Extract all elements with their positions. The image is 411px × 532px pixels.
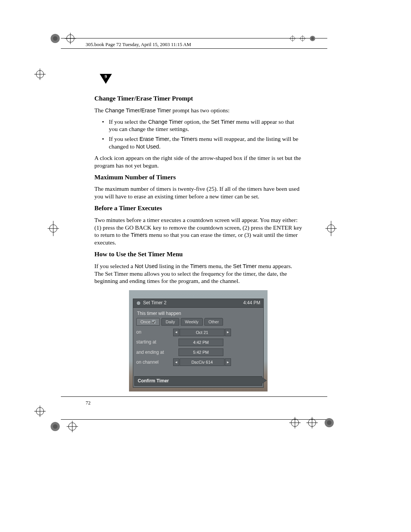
row-start: starting at 4:42 PM (136, 339, 260, 346)
page-number: 72 (86, 400, 91, 406)
svg-point-37 (327, 420, 331, 425)
text: option, the (183, 118, 211, 125)
ui-term: Erase Timer (139, 136, 169, 142)
crop-mark-left-upper (34, 53, 46, 80)
confirm-timer-button[interactable]: Confirm Timer (134, 376, 262, 386)
text: . (159, 143, 161, 150)
text: The (94, 107, 105, 113)
frequency-tabs: Once Daily Weekly Other (136, 318, 260, 326)
ui-term: Timers (131, 232, 148, 238)
date-prev-button[interactable]: ◄ (173, 329, 179, 336)
text: If you select (109, 136, 139, 142)
tab-daily[interactable]: Daily (161, 318, 179, 326)
menu-clock: 4:44 PM (243, 300, 260, 306)
footer-rule (61, 396, 327, 397)
row-date: on ◄ Oct 21 ► (136, 329, 260, 336)
row-end: and ending at 5:42 PM (136, 348, 260, 356)
crop-mark-bottom-left (34, 406, 80, 436)
label-starting: starting at (136, 339, 173, 345)
menu-subtitle: This timer will happen (137, 311, 260, 316)
tab-other[interactable]: Other (204, 318, 223, 326)
svg-point-26 (53, 424, 57, 429)
s4-body: If you selected a Not Used listing in th… (94, 262, 302, 285)
label-on: on (136, 329, 173, 335)
s1-bullet-1: If you select the Change Timer option, t… (102, 118, 302, 133)
date-next-button[interactable]: ► (225, 329, 231, 336)
ui-term: Not Used (135, 263, 158, 269)
crop-mark-left-mid (48, 217, 59, 240)
crop-mark-top-right (289, 33, 316, 44)
page-content: Change Timer/Erase Timer Prompt The Chan… (94, 94, 302, 391)
text: , the (169, 136, 181, 142)
header-meta-text: 305.book Page 72 Tuesday, April 15, 2003… (86, 42, 191, 48)
svg-point-1 (53, 36, 57, 41)
channel-field[interactable]: DscCiv 614 (180, 358, 225, 366)
menu-titlebar: Set Timer 2 4:44 PM (133, 299, 263, 307)
tab-once[interactable]: Once (136, 318, 160, 326)
tab-weekly[interactable]: Weekly (181, 318, 203, 326)
channel-next-button[interactable]: ► (225, 358, 231, 366)
s1-intro: The Change Timer/Erase Timer prompt has … (94, 107, 302, 114)
ui-term: Timers (181, 136, 198, 142)
text: prompt has two options: (171, 107, 229, 113)
chapter-number: 9 (100, 74, 112, 79)
text: menu, the (207, 263, 233, 269)
menu-body: This timer will happen Once Daily Weekly… (133, 308, 263, 372)
clock-icon (136, 301, 141, 305)
ui-term: Change Timer/Erase Timer (105, 107, 171, 113)
tab-label: Once (140, 319, 150, 324)
row-channel: on channel ◄ DscCiv 614 ► (136, 358, 260, 366)
end-time-field[interactable]: 5:42 PM (178, 348, 223, 356)
header-rule (61, 48, 327, 49)
heading-how-to-set-timer: How to Use the Set Timer Menu (94, 250, 302, 259)
svg-point-12 (311, 37, 314, 40)
s2-body: The maximum number of timers is twenty-f… (94, 185, 302, 200)
check-icon (152, 320, 156, 324)
text: listing in the (158, 263, 190, 269)
heading-change-erase: Change Timer/Erase Timer Prompt (94, 94, 302, 103)
heading-before-execute: Before a Timer Executes (94, 204, 302, 212)
date-field[interactable]: Oct 21 (180, 329, 225, 336)
menu-title: Set Timer 2 (143, 300, 166, 306)
confirm-label: Confirm Timer (138, 378, 169, 384)
set-timer-menu: Set Timer 2 4:44 PM This timer will happ… (133, 299, 264, 388)
label-ending: and ending at (136, 350, 173, 355)
text: If you selected a (94, 263, 135, 269)
ui-term: Change Timer (148, 119, 183, 125)
ui-term: Timers (190, 263, 207, 269)
label-channel: on channel (136, 359, 173, 365)
s3-body: Two minutes before a timer executes a co… (94, 216, 302, 246)
crop-mark-bottom-right (289, 417, 335, 432)
start-time-field[interactable]: 4:42 PM (178, 339, 223, 346)
s1-after: A clock icon appears on the right side o… (94, 154, 302, 169)
ui-term: Set Timer (211, 119, 234, 125)
channel-prev-button[interactable]: ◄ (173, 358, 179, 366)
s1-bullet-list: If you select the Change Timer option, t… (94, 118, 302, 150)
ui-term: Not Used (136, 144, 159, 150)
s1-bullet-2: If you select Erase Timer, the Timers me… (102, 135, 302, 150)
heading-max-timers: Maximum Number of Timers (94, 173, 302, 182)
text: If you select the (109, 118, 148, 125)
ui-term: Set Timer (233, 263, 256, 269)
set-timer-screenshot: Set Timer 2 4:44 PM This timer will happ… (129, 290, 268, 391)
crop-mark-top-left (49, 33, 76, 44)
chevron-right-icon (262, 377, 266, 383)
crop-mark-right-mid (325, 217, 337, 240)
